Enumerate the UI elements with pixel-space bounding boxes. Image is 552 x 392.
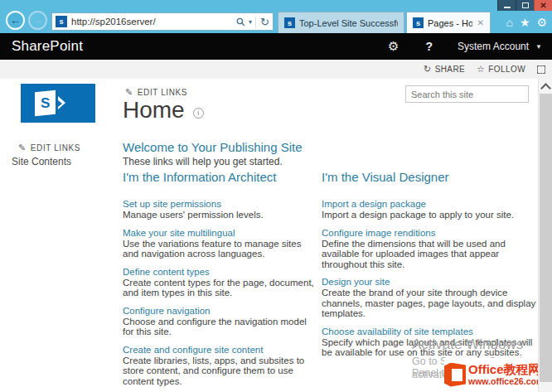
site-logo[interactable]: S [21, 84, 95, 123]
badge-url: www.office26.com [468, 376, 544, 386]
close-button[interactable]: ✕ [534, 0, 552, 11]
link-configure-image-renditions[interactable]: Configure image renditions [322, 228, 542, 239]
link-create-and-configure-site-content[interactable]: Create and configure site content [123, 345, 316, 356]
office26-watermark-badge: Office教程网 www.office26.com [444, 358, 549, 391]
link-set-up-site-permissions[interactable]: Set up site permissions [123, 199, 316, 210]
logo-letter: S [41, 95, 50, 112]
follow-button[interactable]: ☆ FOLLOW [477, 64, 525, 75]
list-item: Design your site Create the brand of you… [322, 277, 542, 319]
link-design-your-site[interactable]: Design your site [322, 277, 542, 288]
follow-star-icon: ☆ [477, 64, 485, 75]
office-logo-icon [444, 363, 466, 387]
link-description: Import a design package to apply to your… [322, 210, 542, 220]
tab-bar: s Top-Level Site Successfully Cre... s P… [278, 12, 491, 33]
link-import-a-design-package[interactable]: Import a design package [322, 199, 542, 210]
address-dropdown-icon[interactable]: ▾ [249, 18, 252, 26]
sidebar-item-site-contents[interactable]: Site Contents [12, 156, 71, 167]
search-input[interactable] [411, 90, 529, 99]
search-icon[interactable] [236, 17, 245, 27]
minimize-button[interactable] [497, 0, 516, 11]
list-item: Import a design package Import a design … [322, 199, 542, 220]
sharepoint-favicon: s [56, 16, 67, 27]
sharepoint-brand: SharePoint [12, 38, 83, 55]
column-information-architect: I'm the Information Architect Set up sit… [123, 170, 316, 392]
tab-favicon: s [284, 17, 295, 28]
link-choose-availability-of-site-templates[interactable]: Choose availability of site templates [322, 327, 542, 337]
logo-chevron-inner [58, 100, 62, 107]
ribbon-row: ↻ SHARE ☆ FOLLOW [0, 60, 552, 79]
tab-pages-home[interactable]: s Pages - Home ✕ [406, 12, 491, 33]
tab-label: Top-Level Site Successfully Cre... [299, 18, 398, 28]
scrollbar-thumb[interactable] [540, 94, 552, 382]
favorites-star-icon[interactable]: ★ [520, 16, 530, 29]
link-description: Use the variations feature to manage sit… [123, 239, 316, 259]
tab-close-icon[interactable]: ✕ [477, 18, 484, 27]
forward-icon: → [32, 14, 43, 27]
link-make-your-site-multilingual[interactable]: Make your site multilingual [123, 228, 316, 239]
maximize-button[interactable] [516, 0, 534, 11]
help-button[interactable]: ? [412, 33, 446, 60]
share-icon: ↻ [424, 64, 432, 75]
link-configure-navigation[interactable]: Configure navigation [123, 306, 316, 317]
focus-mode-icon[interactable] [537, 65, 545, 74]
link-description: Choose and configure the navigation mode… [123, 317, 316, 337]
link-description: Create the brand of your site through de… [322, 288, 542, 319]
link-description: Define the dimensions that will be used … [322, 239, 542, 270]
account-menu[interactable]: System Account [446, 41, 535, 52]
url-text[interactable]: http://sp2016server/ [71, 17, 236, 27]
browser-settings-gear-icon[interactable]: ⚙ [536, 16, 547, 29]
tab-favicon: s [413, 17, 424, 28]
list-item: Set up site permissions Manage users' pe… [123, 199, 316, 220]
badge-title: Office教程网 [468, 363, 544, 376]
link-description: Manage users' permission levels. [123, 210, 316, 220]
sharepoint-suite-bar: SharePoint ⚙ ? System Account ▼ [0, 33, 552, 60]
welcome-subtitle: These links will help you get started. [123, 156, 283, 167]
list-item: Configure image renditions Define the di… [322, 228, 542, 270]
link-description: Create content types for the page, docum… [123, 278, 316, 298]
link-define-content-types[interactable]: Define content types [123, 267, 316, 278]
vertical-scrollbar[interactable] [538, 79, 552, 392]
share-button[interactable]: ↻ SHARE [424, 64, 465, 75]
home-icon[interactable]: ⌂ [506, 16, 512, 29]
forward-button[interactable]: → [28, 11, 47, 30]
settings-gear-icon[interactable]: ⚙ [375, 33, 412, 60]
account-caret-icon[interactable]: ▼ [535, 43, 552, 51]
window-controls: ✕ [497, 0, 552, 11]
edit-links-label: EDIT LINKS [31, 143, 80, 152]
link-description: Create libraries, lists, apps, and subsi… [123, 356, 316, 387]
pencil-icon: ✎ [18, 143, 27, 153]
activate-windows-watermark: Activate Windows [412, 336, 523, 353]
welcome-heading: Welcome to Your Publishing Site [123, 140, 303, 154]
tab-label: Pages - Home [428, 18, 472, 28]
refresh-icon[interactable]: ↻ [255, 16, 269, 28]
back-icon: ← [10, 14, 21, 27]
list-item: Create and configure site content Create… [123, 345, 316, 387]
back-button[interactable]: ← [6, 11, 25, 30]
edit-links-label: EDIT LINKS [138, 88, 187, 97]
list-item: Define content types Create content type… [123, 267, 316, 298]
scroll-up-icon[interactable] [542, 83, 549, 90]
share-label: SHARE [435, 65, 465, 74]
browser-chrome: ← → s http://sp2016server/ ▾ ↻ s Top-Lev… [0, 0, 552, 33]
tab-top-level-site[interactable]: s Top-Level Site Successfully Cre... [278, 12, 404, 33]
list-item: Configure navigation Choose and configur… [123, 306, 316, 337]
column-heading: I'm the Information Architect [123, 170, 316, 184]
edit-links-sidebar[interactable]: ✎ EDIT LINKS [18, 143, 80, 153]
page-title: Home i [123, 97, 204, 123]
screenshot: ← → s http://sp2016server/ ▾ ↻ s Top-Lev… [0, 0, 552, 392]
info-icon[interactable]: i [193, 108, 204, 119]
list-item: Make your site multilingual Use the vari… [123, 228, 316, 259]
follow-label: FOLLOW [488, 65, 525, 74]
site-search-box[interactable] [405, 85, 529, 103]
page-content: S ✎ EDIT LINKS Home i ✎ EDIT LINKS Site … [0, 79, 538, 392]
address-bar[interactable]: s http://sp2016server/ ▾ ↻ [51, 12, 274, 31]
column-heading: I'm the Visual Designer [322, 170, 542, 184]
